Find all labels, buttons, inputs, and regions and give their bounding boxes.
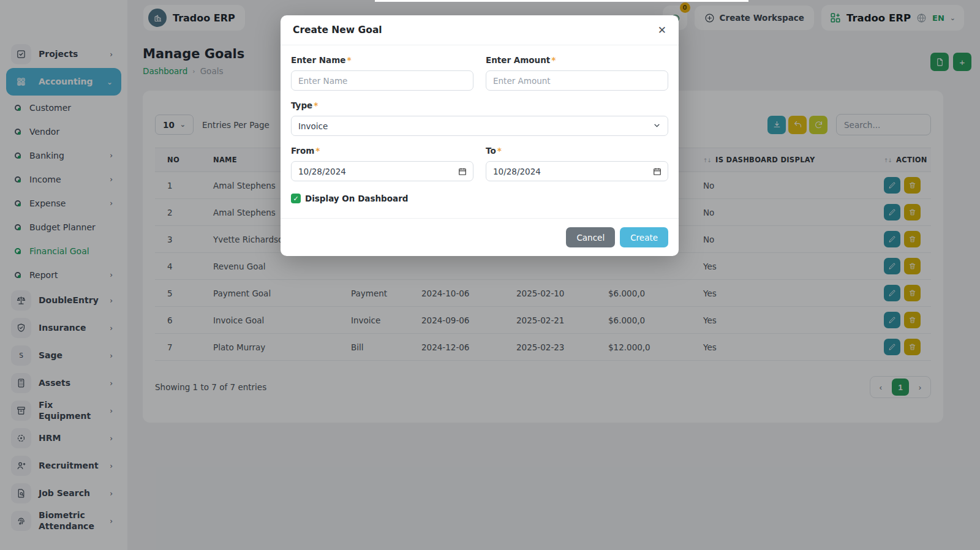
type-select[interactable]: Invoice <box>291 116 668 136</box>
required-asterisk: * <box>497 146 502 156</box>
chevron-down-icon <box>653 121 661 131</box>
modal-title: Create New Goal <box>293 24 382 36</box>
type-field-label: Type* <box>291 100 668 110</box>
from-date-input[interactable] <box>291 161 473 181</box>
name-field-label: Enter Name* <box>291 55 473 65</box>
create-goal-modal: Create New Goal ✕ Enter Name* Enter Amou… <box>281 15 679 256</box>
calendar-icon[interactable] <box>458 167 467 178</box>
required-asterisk: * <box>315 146 320 156</box>
top-strip <box>375 0 748 2</box>
to-date-input[interactable] <box>486 161 668 181</box>
create-button[interactable]: Create <box>620 227 668 247</box>
type-select-value: Invoice <box>298 121 328 131</box>
from-date-value[interactable] <box>291 161 473 181</box>
to-field-label: To* <box>486 146 668 156</box>
display-on-dashboard-checkbox[interactable]: ✓ <box>291 194 301 203</box>
cancel-button[interactable]: Cancel <box>566 227 615 247</box>
close-icon[interactable]: ✕ <box>658 25 666 36</box>
required-asterisk: * <box>551 55 556 65</box>
display-on-dashboard-label: Display On Dashboard <box>305 194 408 203</box>
amount-field-label: Enter Amount* <box>486 55 668 65</box>
name-input[interactable] <box>291 70 473 91</box>
amount-input[interactable] <box>486 70 668 91</box>
to-date-value[interactable] <box>486 161 668 181</box>
required-asterisk: * <box>314 100 318 110</box>
required-asterisk: * <box>347 55 351 65</box>
calendar-icon[interactable] <box>653 167 662 178</box>
from-field-label: From* <box>291 146 473 156</box>
